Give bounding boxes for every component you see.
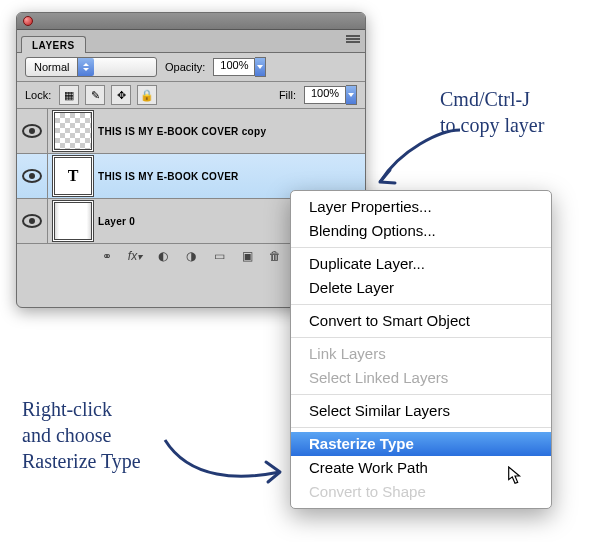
panel-tab-bar: LAYERS [17, 30, 365, 53]
lock-paint-icon[interactable]: ✎ [85, 85, 105, 105]
fill-value[interactable]: 100% [304, 86, 346, 104]
menu-delete-layer[interactable]: Delete Layer [291, 276, 551, 300]
menu-separator [291, 247, 551, 248]
mask-icon[interactable]: ◐ [156, 249, 170, 263]
chevron-updown-icon[interactable] [77, 58, 94, 76]
close-icon[interactable] [23, 16, 33, 26]
annotation-rasterize: Right-click and choose Rasterize Type [22, 396, 141, 474]
link-icon[interactable]: ⚭ [100, 249, 114, 263]
menu-select-similar[interactable]: Select Similar Layers [291, 399, 551, 423]
layer-row[interactable]: THIS IS MY E-BOOK COVER copy [17, 109, 365, 154]
blend-mode-select[interactable]: Normal [25, 57, 157, 77]
panel-titlebar[interactable] [17, 13, 365, 30]
lock-all-icon[interactable]: 🔒 [137, 85, 157, 105]
menu-convert-smart[interactable]: Convert to Smart Object [291, 309, 551, 333]
eye-icon [22, 124, 42, 138]
lock-transparency-icon[interactable]: ▦ [59, 85, 79, 105]
fx-icon[interactable]: fx▾ [128, 249, 142, 263]
menu-separator [291, 337, 551, 338]
cursor-pointer-icon [506, 466, 524, 486]
layer-name[interactable]: THIS IS MY E-BOOK COVER copy [98, 126, 266, 137]
layer-name[interactable]: Layer 0 [98, 216, 135, 227]
layer-thumbnail[interactable] [54, 112, 92, 150]
menu-duplicate-layer[interactable]: Duplicate Layer... [291, 252, 551, 276]
chevron-down-icon[interactable] [346, 85, 357, 105]
new-icon[interactable]: ▣ [240, 249, 254, 263]
lock-label: Lock: [25, 89, 51, 101]
blend-opacity-row: Normal Opacity: 100% [17, 53, 365, 82]
panel-menu-icon[interactable] [346, 33, 360, 45]
annotation-arrow-icon [370, 120, 470, 200]
menu-separator [291, 427, 551, 428]
lock-fill-row: Lock: ▦ ✎ ✥ 🔒 Fill: 100% [17, 82, 365, 109]
visibility-toggle[interactable] [17, 154, 48, 198]
menu-rasterize-type[interactable]: Rasterize Type [291, 432, 551, 456]
menu-separator [291, 304, 551, 305]
eye-icon [22, 169, 42, 183]
annotation-arrow-icon [160, 430, 290, 490]
opacity-field[interactable]: 100% [213, 57, 266, 77]
eye-icon [22, 214, 42, 228]
chevron-down-icon[interactable] [255, 57, 266, 77]
context-menu: Layer Properties... Blending Options... … [290, 190, 552, 509]
menu-separator [291, 394, 551, 395]
layer-name[interactable]: THIS IS MY E-BOOK COVER [98, 171, 239, 182]
group-icon[interactable]: ▭ [212, 249, 226, 263]
opacity-value[interactable]: 100% [213, 58, 255, 76]
adjust-icon[interactable]: ◑ [184, 249, 198, 263]
menu-select-linked: Select Linked Layers [291, 366, 551, 390]
menu-link-layers: Link Layers [291, 342, 551, 366]
trash-icon[interactable]: 🗑 [268, 249, 282, 263]
fill-label: Fill: [279, 89, 296, 101]
layer-thumbnail[interactable] [54, 202, 92, 240]
fill-field[interactable]: 100% [304, 85, 357, 105]
visibility-toggle[interactable] [17, 199, 48, 243]
lock-move-icon[interactable]: ✥ [111, 85, 131, 105]
opacity-label: Opacity: [165, 61, 205, 73]
blend-mode-value: Normal [26, 61, 77, 73]
layer-thumbnail[interactable]: T [54, 157, 92, 195]
tab-layers[interactable]: LAYERS [21, 36, 86, 53]
visibility-toggle[interactable] [17, 109, 48, 153]
menu-blending-options[interactable]: Blending Options... [291, 219, 551, 243]
